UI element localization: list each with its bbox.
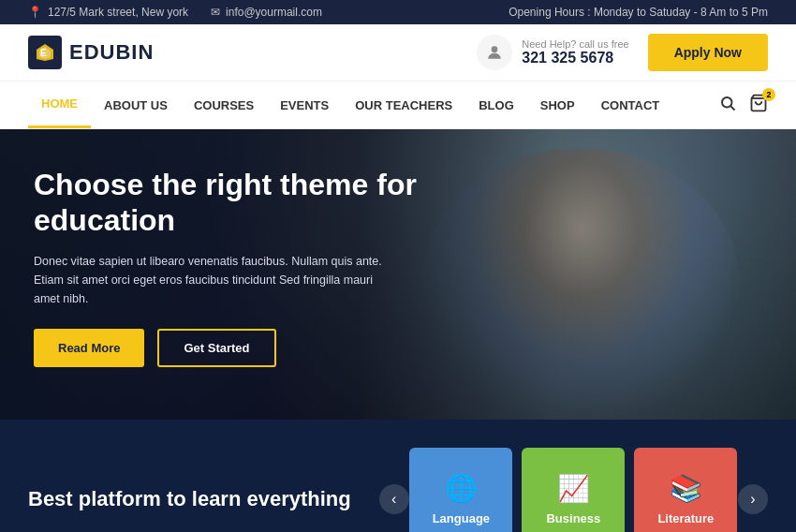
nav-links: HOME ABOUT US COURSES EVENTS OUR TEACHER…	[28, 81, 672, 128]
globe-icon: 🌐	[445, 473, 478, 504]
svg-line-5	[730, 106, 734, 110]
logo[interactable]: E EDUBIN	[28, 36, 154, 69]
address-text: 127/5 Mark street, New york	[48, 6, 188, 19]
hero-description: Donec vitae sapien ut libearo venenatis …	[34, 252, 390, 308]
next-arrow-button[interactable]: ›	[738, 484, 768, 514]
opening-hours: Opening Hours : Monday to Satuday - 8 Am…	[509, 6, 768, 19]
location-icon: 📍	[28, 6, 42, 19]
card-literature-label: Literature	[657, 511, 714, 525]
phone-number: 321 325 5678	[522, 50, 628, 66]
card-language-label: Language	[433, 511, 490, 525]
books-icon: 📚	[670, 473, 702, 504]
nav-item-about[interactable]: ABOUT US	[91, 83, 181, 127]
nav-icons: 2	[719, 94, 768, 116]
nav-item-home[interactable]: HOME	[28, 81, 91, 128]
card-business[interactable]: 📈 Business	[522, 448, 625, 532]
hero-content: Choose the right theme for education Don…	[34, 167, 446, 367]
nav-item-contact[interactable]: CONTACT	[588, 83, 673, 127]
hero-section: Choose the right theme for education Don…	[0, 129, 796, 420]
nav-item-shop[interactable]: SHOP	[527, 83, 588, 127]
nav-item-teachers[interactable]: OUR TEACHERS	[342, 83, 465, 127]
address-item: 📍 127/5 Mark street, New york	[28, 6, 188, 19]
email-icon: ✉	[211, 6, 220, 19]
cart-badge: 2	[762, 88, 775, 101]
cards-wrapper: ‹ 🌐 Language 📈 Business 📚 Literature ›	[379, 448, 768, 532]
card-literature[interactable]: 📚 Literature	[634, 448, 737, 532]
card-language[interactable]: 🌐 Language	[409, 448, 512, 532]
top-bar: 📍 127/5 Mark street, New york ✉ info@you…	[0, 0, 796, 24]
chart-icon: 📈	[557, 473, 590, 504]
nav-item-courses[interactable]: COURSES	[181, 83, 267, 127]
header: E EDUBIN Need Help? call us free 321 325…	[0, 24, 796, 81]
nav-item-events[interactable]: EVENTS	[267, 83, 342, 127]
nav-item-blog[interactable]: BLOG	[465, 83, 527, 127]
svg-point-3	[492, 46, 498, 52]
phone-label: Need Help? call us free	[522, 38, 628, 50]
read-more-button[interactable]: Read More	[34, 329, 144, 367]
hero-title: Choose the right theme for education	[34, 167, 446, 239]
nav: HOME ABOUT US COURSES EVENTS OUR TEACHER…	[0, 81, 796, 129]
email-text: info@yourmail.com	[226, 6, 322, 19]
cart-icon[interactable]: 2	[749, 94, 768, 116]
phone-box: Need Help? call us free 321 325 5678	[477, 35, 628, 70]
phone-icon	[477, 35, 512, 70]
logo-text: EDUBIN	[69, 40, 154, 65]
logo-icon: E	[28, 36, 62, 69]
header-right: Need Help? call us free 321 325 5678 App…	[477, 34, 768, 71]
email-item: ✉ info@yourmail.com	[211, 6, 322, 19]
search-icon[interactable]	[719, 95, 736, 115]
cards-row: 🌐 Language 📈 Business 📚 Literature	[409, 448, 738, 532]
svg-point-4	[722, 97, 732, 108]
bottom-section: Best platform to learn everything ‹ 🌐 La…	[0, 420, 796, 532]
top-bar-left: 📍 127/5 Mark street, New york ✉ info@you…	[28, 6, 322, 19]
hero-buttons: Read More Get Started	[34, 329, 446, 367]
phone-info: Need Help? call us free 321 325 5678	[522, 38, 628, 66]
card-business-label: Business	[546, 511, 600, 525]
svg-text:E: E	[40, 48, 47, 58]
bottom-platform-text: Best platform to learn everything	[28, 486, 351, 513]
apply-now-button[interactable]: Apply Now	[648, 34, 768, 71]
get-started-button[interactable]: Get Started	[157, 329, 275, 367]
prev-arrow-button[interactable]: ‹	[379, 484, 409, 514]
